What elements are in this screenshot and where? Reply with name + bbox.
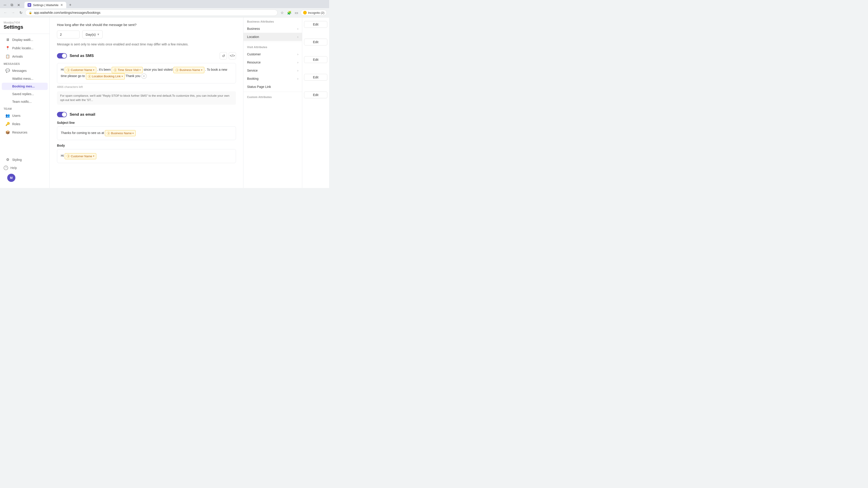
dropdown-item-location[interactable]: Location ›	[243, 33, 302, 41]
sidebar: Moodjoy7434 Settings 🖥 Display waitli...…	[0, 18, 50, 188]
chevron-down-icon: ▾	[97, 32, 99, 36]
sidebar-item-resources[interactable]: 📦 Resources	[2, 128, 48, 136]
sidebar-item-roles[interactable]: 🔑 Roles	[2, 120, 48, 128]
time-number-input[interactable]	[57, 31, 80, 38]
dropdown-item-booking[interactable]: Booking ›	[243, 74, 302, 83]
custom-attributes-label: Custom Attributes	[243, 93, 302, 100]
profile-button[interactable]: Incognito (2)	[301, 10, 327, 15]
main-content: How long after the visit should the mess…	[50, 18, 243, 188]
sidebar-avatar-item[interactable]: M	[0, 172, 50, 186]
location-booking-link-chevron: ▾	[122, 74, 123, 78]
time-unit-select[interactable]: Day(s) ▾	[82, 30, 103, 38]
sidebar-item-team-notifications[interactable]: Team notific...	[2, 98, 48, 105]
visit-attributes-label: Visit Attributes	[243, 43, 302, 50]
dropdown-item-service[interactable]: Service ›	[243, 66, 302, 74]
business-name-chevron: ▾	[201, 68, 202, 72]
sms-section-header: Send as SMS ↺ </>	[57, 52, 236, 59]
sms-toggle[interactable]	[57, 53, 67, 59]
bookmark-button[interactable]: ☆	[279, 9, 285, 16]
info-message: Message is sent only to new visits once …	[57, 42, 236, 47]
time-since-visit-chevron: ▾	[140, 68, 141, 72]
business-chevron-icon: ›	[297, 27, 298, 31]
arrivals-icon: 📋	[5, 54, 10, 59]
location-booking-link-icon: ℹ	[88, 75, 91, 78]
email-subject-editor[interactable]: Thanks for coming to see us at ℹ Busines…	[57, 126, 236, 140]
booking-chevron-icon: ›	[297, 77, 298, 80]
sidebar-item-users[interactable]: 👥 Users	[2, 111, 48, 120]
sidebar-toggle-button[interactable]: ▭	[293, 9, 300, 16]
sidebar-settings-title: Settings	[4, 24, 46, 30]
messages-icon: 💬	[5, 68, 10, 73]
subject-text: Thanks for coming to see us at	[61, 131, 105, 135]
time-since-visit-tag[interactable]: ℹ Time Since Visit ▾	[112, 67, 143, 73]
edit-button-3[interactable]: Edit	[304, 56, 327, 63]
edit-button-4[interactable]: Edit	[304, 74, 327, 80]
business-name-icon: ℹ	[176, 68, 179, 72]
sms-section-actions: ↺ </>	[220, 52, 236, 59]
sidebar-item-saved-replies[interactable]: Saved replies...	[2, 90, 48, 98]
sms-refresh-button[interactable]: ↺	[220, 52, 227, 59]
body-label: Body	[57, 144, 236, 147]
dropdown-item-resource[interactable]: Resource ›	[243, 58, 302, 66]
customer-name-tag[interactable]: ℹ Customer Name ▾	[65, 67, 96, 73]
location-chevron-icon: ›	[297, 35, 298, 39]
sidebar-item-waitlist-messages[interactable]: Waitlist mess...	[2, 75, 48, 82]
address-bar[interactable]: 🔒 app.waitwhile.com/settings/messages/bo…	[25, 9, 278, 16]
sidebar-item-public-location[interactable]: 📍 Public locatio...	[2, 44, 48, 52]
display-waitlist-icon: 🖥	[5, 38, 10, 42]
sms-section: Send as SMS ↺ </> Hi ℹ Customer Name ▾ .…	[57, 52, 236, 105]
sidebar-item-arrivals[interactable]: 📋 Arrivals	[2, 53, 48, 60]
refresh-button[interactable]: ↻	[18, 9, 24, 16]
subject-business-name-icon: ℹ	[107, 132, 110, 135]
restore-button[interactable]: ⧉	[8, 2, 15, 8]
service-chevron-icon: ›	[297, 69, 298, 72]
dropdown-item-status-page-link[interactable]: Status Page Link	[243, 83, 302, 91]
time-inputs: Day(s) ▾	[57, 30, 236, 38]
messages-section-label: Messages	[0, 61, 50, 66]
body-text-hi: Hi	[61, 154, 65, 158]
time-question: How long after the visit should the mess…	[57, 23, 236, 27]
sidebar-help-button[interactable]: ? Help	[0, 164, 50, 172]
new-tab-button[interactable]: +	[67, 2, 73, 8]
dropdown-divider-2	[243, 92, 302, 92]
email-toggle-group: Send as email	[57, 112, 95, 117]
subject-label: Subject line	[57, 121, 236, 125]
edit-button-5[interactable]: Edit	[304, 92, 327, 98]
email-toggle-knob	[62, 112, 66, 117]
business-attributes-label: Business Attributes	[243, 18, 302, 25]
window-close-button[interactable]: ✕	[16, 2, 22, 8]
sidebar-item-booking-messages[interactable]: Booking mes...	[2, 83, 48, 90]
dropdown-item-customer[interactable]: Customer ›	[243, 50, 302, 58]
edit-button-2[interactable]: Edit	[304, 39, 327, 45]
location-booking-link-tag[interactable]: ℹ Location Booking Link ▾	[86, 73, 125, 79]
edit-button-1[interactable]: Edit	[304, 21, 327, 28]
sidebar-item-styling[interactable]: ⚙ Styling	[2, 156, 48, 164]
roles-icon: 🔑	[5, 122, 10, 126]
sms-text-thankyou: Thank you	[125, 74, 140, 78]
minimize-button[interactable]: ─	[2, 2, 8, 8]
sidebar-item-display-waitlist[interactable]: 🖥 Display waitli...	[2, 36, 48, 43]
active-tab[interactable]: M Settings | Waitwhile ✕	[24, 2, 66, 8]
business-name-tag[interactable]: ℹ Business Name ▾	[174, 67, 204, 73]
tab-title: Settings | Waitwhile	[33, 3, 59, 7]
subject-business-name-tag[interactable]: ℹ Business Name ▾	[105, 130, 135, 136]
extensions-button[interactable]: 🧩	[286, 9, 292, 16]
back-button[interactable]: ←	[2, 9, 8, 16]
body-customer-name-tag[interactable]: ℹ Customer Name ▾	[65, 153, 96, 159]
customer-chevron-icon: ›	[297, 53, 298, 56]
email-body-editor[interactable]: Hi ℹ Customer Name ▾	[57, 149, 236, 163]
toolbar-actions: ☆ 🧩 ▭ Incognito (2)	[279, 9, 327, 16]
sms-code-button[interactable]: </>	[229, 52, 236, 59]
email-toggle[interactable]	[57, 112, 67, 117]
email-section-title: Send as email	[70, 112, 95, 117]
forward-button[interactable]: →	[10, 9, 16, 16]
dropdown-item-business[interactable]: Business ›	[243, 25, 302, 33]
sidebar-user: Moodjoy7434 Settings	[0, 21, 50, 34]
body-customer-name-icon: ℹ	[67, 155, 70, 158]
sms-add-variable-button[interactable]: +	[141, 73, 147, 79]
tab-close-button[interactable]: ✕	[60, 3, 63, 7]
url-text: app.waitwhile.com/settings/messages/book…	[34, 11, 100, 14]
subject-chevron: ▾	[132, 131, 133, 135]
sms-message-editor[interactable]: Hi ℹ Customer Name ▾ . It's been ℹ Time …	[57, 63, 236, 84]
sidebar-item-messages[interactable]: 💬 Messages	[2, 67, 48, 74]
